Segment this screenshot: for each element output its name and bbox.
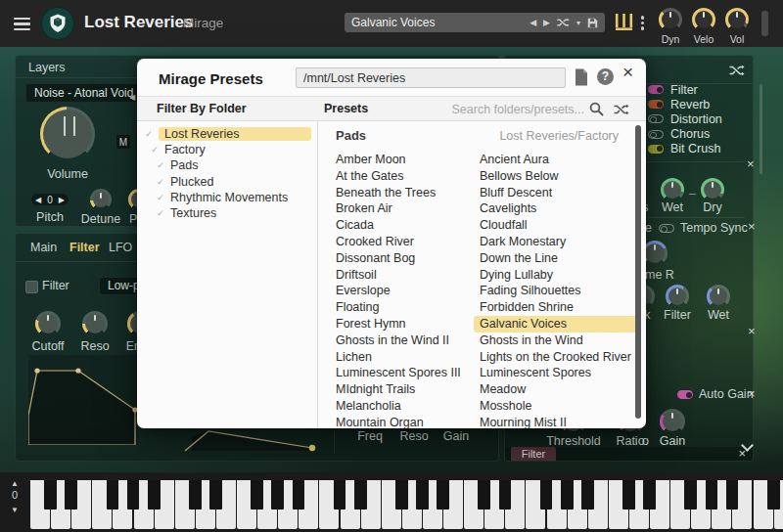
preset-item[interactable]: Ghosts in the Wind II xyxy=(336,332,492,349)
effect-row[interactable]: Reverb xyxy=(648,97,722,111)
reverb-close-icon[interactable]: × xyxy=(747,159,755,169)
file-icon[interactable] xyxy=(575,68,588,86)
preset-item[interactable]: Mourning Mist II xyxy=(480,415,636,428)
tab-main[interactable]: Main xyxy=(30,241,57,254)
preset-item[interactable]: Mountain Organ xyxy=(336,415,492,428)
folder-item[interactable]: ✓Plucked xyxy=(137,174,317,190)
dialog-close-icon[interactable]: × xyxy=(622,62,633,83)
fx-bottom-close-icon[interactable]: × xyxy=(738,449,746,459)
folder-item[interactable]: ✓Pads xyxy=(137,157,317,173)
preset-item[interactable]: Galvanic Voices xyxy=(474,316,638,332)
comp-gain-knob[interactable] xyxy=(660,409,685,434)
cutoff-knob[interactable] xyxy=(35,311,61,336)
section-close-icon[interactable]: × xyxy=(748,327,756,336)
menu-icon[interactable] xyxy=(14,15,30,33)
preset-item[interactable]: At the Gates xyxy=(336,168,492,185)
preset-item[interactable]: Melancholia xyxy=(336,398,492,415)
effect-row[interactable]: Distortion xyxy=(648,111,722,126)
effect-row[interactable]: Chorus xyxy=(648,127,722,142)
piano-black-key[interactable] xyxy=(416,480,429,510)
piano-black-key[interactable] xyxy=(271,480,284,510)
auto-gain-toggle-icon[interactable] xyxy=(677,390,693,399)
preset-item[interactable]: Dark Monestary xyxy=(480,234,636,250)
search-input[interactable] xyxy=(426,99,586,120)
piano-black-key[interactable] xyxy=(581,480,594,510)
piano-black-key[interactable] xyxy=(395,480,408,510)
filter-envelope-display[interactable] xyxy=(28,355,138,445)
piano-black-key[interactable] xyxy=(148,480,161,510)
effect-row[interactable]: Bit Crush xyxy=(648,142,722,156)
preset-item[interactable]: Fading Silhouettes xyxy=(480,283,636,299)
piano-black-key[interactable] xyxy=(499,480,512,510)
piano-black-key[interactable] xyxy=(293,480,305,510)
preset-dropdown-icon[interactable]: ▾ xyxy=(576,19,580,27)
preset-item[interactable]: Ghosts in the Wind xyxy=(480,332,636,349)
preset-list-scrollbar[interactable] xyxy=(635,125,641,419)
piano-black-key[interactable] xyxy=(251,480,263,510)
piano-black-key[interactable] xyxy=(478,480,490,510)
kebab-menu-icon[interactable] xyxy=(641,14,644,32)
preset-item[interactable]: Floating xyxy=(336,299,492,316)
preset-item[interactable]: Dissonant Bog xyxy=(336,250,492,267)
preset-item[interactable]: Bellows Below xyxy=(480,168,636,185)
preset-item[interactable]: Beneath the Trees xyxy=(336,185,492,201)
piano-black-key[interactable] xyxy=(437,480,449,510)
pitch-inc-icon[interactable]: ▶ xyxy=(59,196,65,204)
preset-prev-icon[interactable]: ◀ xyxy=(530,18,536,27)
window-grip[interactable] xyxy=(761,11,768,36)
piano-black-key[interactable] xyxy=(189,480,202,510)
fx-shuffle-icon[interactable] xyxy=(729,65,745,76)
tempo-sync-toggle-icon[interactable] xyxy=(659,224,674,233)
layer-prev-icon[interactable]: ◀ xyxy=(129,89,135,107)
piano-black-key[interactable] xyxy=(334,480,346,510)
preset-item[interactable]: Cavelights xyxy=(480,200,636,217)
volume-knob[interactable] xyxy=(40,107,95,161)
help-icon[interactable]: ? xyxy=(597,68,614,85)
piano-black-key[interactable] xyxy=(561,480,574,510)
reverb-dry-knob[interactable] xyxy=(701,178,724,201)
preset-item[interactable]: Lichen xyxy=(336,349,492,366)
preset-item[interactable]: Luminescent Spores III xyxy=(336,365,492,381)
tab-lfo[interactable]: LFO xyxy=(109,241,132,254)
virtual-keyboard-icon[interactable] xyxy=(615,14,633,30)
piano-black-key[interactable] xyxy=(44,480,57,510)
folder-item[interactable]: ✓Lost Reveries xyxy=(137,126,317,142)
piano-keyboard[interactable] xyxy=(30,480,783,529)
search-icon[interactable] xyxy=(589,102,604,116)
mute-button[interactable]: M xyxy=(115,134,131,150)
piano-black-key[interactable] xyxy=(726,480,739,510)
effect-toggle-icon[interactable] xyxy=(648,100,664,109)
preset-item[interactable]: Cloudfall xyxy=(480,217,636,234)
preset-path-field[interactable] xyxy=(296,67,566,88)
piano-black-key[interactable] xyxy=(684,480,697,510)
piano-black-key[interactable] xyxy=(622,480,635,510)
fx-panel-scrollbar[interactable] xyxy=(760,84,762,174)
comp-close-icon[interactable]: × xyxy=(748,389,756,399)
octave-up-icon[interactable]: ▲ xyxy=(5,479,24,488)
preset-item[interactable]: Meadow xyxy=(480,381,636,398)
random-preset-icon[interactable] xyxy=(614,104,629,115)
pitch-stepper[interactable]: ◀ 0 ▶ xyxy=(30,193,69,206)
piano-black-key[interactable] xyxy=(209,480,222,510)
reverb-wet-knob[interactable] xyxy=(661,178,684,201)
delay-close-icon[interactable]: × xyxy=(748,222,756,232)
effect-toggle-icon[interactable] xyxy=(648,114,664,123)
piano-black-key[interactable] xyxy=(354,480,367,510)
folder-item[interactable]: ✓Textures xyxy=(137,205,317,221)
filter-enable-checkbox[interactable] xyxy=(25,281,38,293)
preset-item[interactable]: Cicada xyxy=(336,217,492,234)
preset-next-icon[interactable]: ▶ xyxy=(543,18,550,27)
piano-black-key[interactable] xyxy=(706,480,718,510)
delay-filter-knob[interactable] xyxy=(666,285,689,308)
eq-curve-display[interactable] xyxy=(148,428,334,454)
velo-knob[interactable] xyxy=(692,8,715,31)
effect-toggle-icon[interactable] xyxy=(648,85,664,94)
preset-item[interactable]: Bluff Descent xyxy=(480,185,636,201)
piano-black-key[interactable] xyxy=(540,480,553,510)
preset-item[interactable]: Ancient Aura xyxy=(480,152,636,168)
preset-item[interactable]: Lights on the Crooked River xyxy=(480,349,636,366)
preset-shuffle-icon[interactable] xyxy=(557,18,570,27)
piano-black-key[interactable] xyxy=(643,480,656,510)
preset-item[interactable]: Down the Line xyxy=(480,250,636,267)
effect-row[interactable]: Filter xyxy=(648,82,722,97)
